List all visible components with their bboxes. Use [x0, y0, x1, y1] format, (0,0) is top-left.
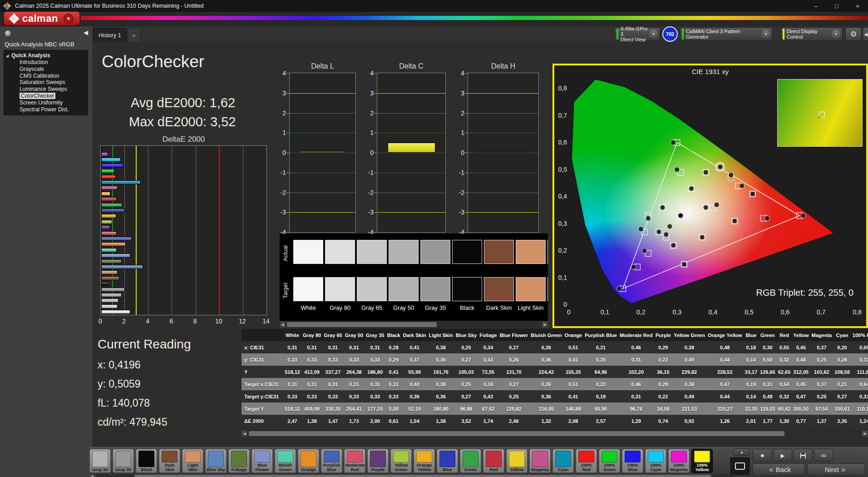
- pattern-button-100-magenta[interactable]: 100% Magenta: [668, 449, 690, 473]
- table-cell: 1,30: [777, 415, 792, 427]
- scroll-right-icon[interactable]: ▶: [542, 322, 548, 328]
- table-cell: 0,33: [322, 353, 343, 366]
- sidebar-item-introduction[interactable]: Introduction: [4, 59, 88, 66]
- close-button[interactable]: ×: [847, 0, 868, 12]
- minimize-button[interactable]: –: [805, 0, 826, 12]
- pattern-button-magenta[interactable]: Magenta: [529, 449, 551, 473]
- sidebar-item-cms-calibration[interactable]: CMS Calibration: [4, 73, 88, 80]
- display-control-dropdown[interactable]: Direct Display Control ▼: [781, 27, 843, 41]
- scrollbar-thumb[interactable]: [287, 322, 437, 327]
- settings-button[interactable]: ⚙: [845, 27, 862, 41]
- actual-swatch-gray-80: [325, 240, 355, 264]
- pattern-button-100-blue[interactable]: 100% Blue: [622, 449, 643, 473]
- chevron-down-icon[interactable]: ▼: [64, 14, 74, 24]
- x-tick-label: 12: [234, 318, 251, 325]
- pattern-button-bluish-green[interactable]: Bluish Green: [275, 449, 296, 473]
- target-swatch-dark-skin: [484, 277, 514, 301]
- deltae-bar-bluish-green: [101, 248, 117, 252]
- deltae-x-axis: 02468101214: [100, 318, 282, 325]
- pattern-button-100-yellow[interactable]: 100% Yellow: [691, 449, 713, 473]
- sidebar-item-saturation-sweeps[interactable]: Saturation Sweeps: [4, 79, 88, 86]
- pattern-button-purple[interactable]: Purple: [367, 449, 389, 473]
- sidebar-item-spectral-power-dist-[interactable]: Spectral Power Dist.: [4, 106, 88, 113]
- sidebar-collapse-icon[interactable]: ◀: [84, 29, 88, 36]
- pattern-button-blue-flower[interactable]: Blue Flower: [252, 449, 273, 473]
- scrollbar-thumb[interactable]: [249, 431, 784, 436]
- pattern-button-red[interactable]: Red: [483, 449, 504, 473]
- sidebar-item-grayscale[interactable]: Grayscale: [4, 66, 88, 73]
- swatch-scrollbar[interactable]: ◀ ▶: [280, 322, 548, 328]
- y-tick: [465, 173, 468, 173]
- plus-icon: +: [132, 31, 136, 39]
- scrollbar-thumb[interactable]: [134, 475, 711, 477]
- table-scrollbar[interactable]: ◀ ▶: [242, 431, 868, 437]
- pattern-swatch: [694, 451, 710, 462]
- table-cell: 0,32: [777, 390, 792, 402]
- cie-measured-black: [667, 224, 672, 229]
- back-button[interactable]: « Back: [753, 463, 805, 476]
- pattern-button-100-red[interactable]: 100% Red: [576, 449, 597, 473]
- pattern-button-yellow-green[interactable]: Yellow Green: [390, 449, 412, 473]
- eject-button[interactable]: ▲: [734, 448, 750, 456]
- y-tick: [465, 93, 468, 94]
- table-cell: 1,47: [322, 415, 343, 427]
- save-button[interactable]: [794, 449, 813, 462]
- pattern-button-orange-yellow[interactable]: Orange Yellow: [414, 449, 435, 473]
- table-cell: 312,05: [792, 366, 810, 378]
- chevron-down-icon[interactable]: ▼: [649, 30, 658, 39]
- chevron-down-icon[interactable]: ▼: [832, 30, 840, 39]
- pattern-button-moderate-red[interactable]: Moderate Red: [344, 449, 365, 473]
- pattern-button-100-cyan[interactable]: 100% Cyan: [645, 449, 666, 473]
- orb-button[interactable]: [5, 30, 11, 37]
- sidebar-item-colorchecker[interactable]: ColorChecker: [4, 93, 88, 99]
- pattern-button-orange[interactable]: Orange: [298, 449, 319, 473]
- pattern-scrollbar[interactable]: ◀: [89, 474, 734, 477]
- calman-menu-button[interactable]: calman ▼: [4, 11, 80, 25]
- expander-icon[interactable]: ◢: [6, 52, 9, 59]
- scroll-left-icon[interactable]: ◀: [280, 322, 286, 328]
- pattern-button-100-green[interactable]: 100% Green: [599, 449, 620, 473]
- panel-collapse-button[interactable]: ◀: [863, 27, 868, 41]
- x-tick-label: 8: [187, 318, 203, 325]
- scroll-left-icon[interactable]: ◀: [89, 474, 95, 477]
- pattern-button-blue-sky[interactable]: Blue Sky: [205, 449, 227, 473]
- pattern-generator-dropdown[interactable]: CalMAN Client 3 Pattern Generator ▼: [680, 27, 773, 41]
- stop-button[interactable]: ■: [753, 449, 772, 462]
- table-cell: 0,26: [529, 341, 563, 353]
- pattern-button-gray-50[interactable]: Gray 50: [89, 449, 111, 473]
- play-button[interactable]: ▶: [773, 449, 792, 462]
- chevron-down-icon[interactable]: ▼: [762, 30, 770, 39]
- pattern-button-light-skin[interactable]: Light Skin: [182, 449, 203, 473]
- next-button[interactable]: Next »: [807, 463, 865, 476]
- pattern-window-button[interactable]: [730, 457, 750, 475]
- pattern-button-gray-35[interactable]: Gray 35: [113, 449, 134, 473]
- table-cell: 0,48: [706, 341, 744, 353]
- tab-history-1[interactable]: History 1: [93, 28, 127, 42]
- table-cell: 0,54: [777, 378, 792, 390]
- scroll-right-icon[interactable]: ▶: [862, 431, 868, 437]
- sidebar-item-luminance-sweeps[interactable]: Luminance Sweeps: [4, 86, 88, 93]
- pattern-button-foliage[interactable]: Foliage: [228, 449, 250, 473]
- table-cell: 0,33: [322, 390, 343, 402]
- pattern-button-green[interactable]: Green: [460, 449, 481, 473]
- pattern-button-cyan[interactable]: Cyan: [552, 449, 574, 473]
- column-header-purplish-blue: Purplish Blue: [583, 329, 618, 341]
- pattern-label: Blue Sky: [207, 467, 225, 472]
- cie-measured-100-cyan: [646, 216, 651, 221]
- tree-root-quick-analysis[interactable]: ◢ Quick Analysis: [4, 52, 88, 59]
- pattern-button-purplish-blue[interactable]: Purplish Blue: [321, 449, 342, 473]
- pattern-swatch: [185, 451, 201, 462]
- sidebar-item-screen-uniformity[interactable]: Screen Uniformity: [4, 99, 88, 106]
- add-tab-button[interactable]: +: [128, 28, 140, 42]
- deltae-bar-dark-skin: [101, 276, 119, 280]
- pattern-button-yellow[interactable]: Yellow: [506, 449, 528, 473]
- maximize-button[interactable]: □: [826, 0, 847, 12]
- meter-badge[interactable]: 702: [662, 26, 678, 42]
- meter-dropdown[interactable]: X-Rite i1Pro 3 Direct View ▼: [615, 27, 660, 41]
- y-tick: [465, 193, 468, 193]
- pattern-button-black[interactable]: Black: [136, 449, 157, 473]
- pattern-button-dark-skin[interactable]: Dark Skin: [159, 449, 180, 473]
- scroll-left-icon[interactable]: ◀: [242, 431, 247, 437]
- pattern-button-blue[interactable]: Blue: [437, 449, 458, 473]
- loop-button[interactable]: ∞: [814, 449, 833, 462]
